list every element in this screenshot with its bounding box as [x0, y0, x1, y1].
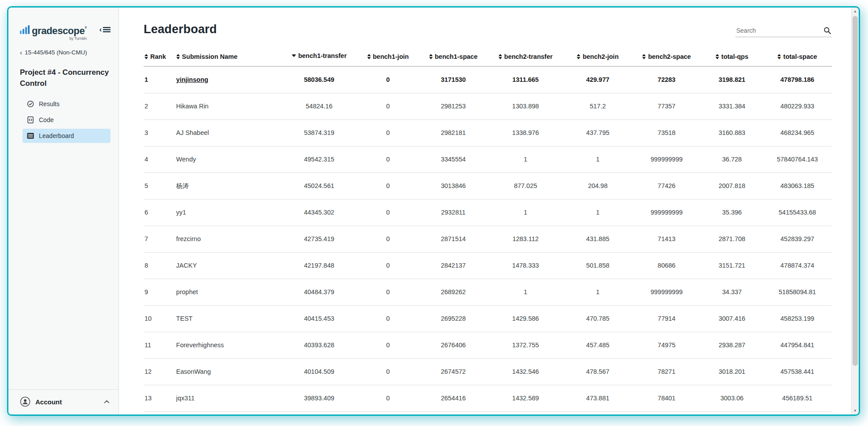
total_qps-cell: 34.337 — [701, 279, 763, 305]
bench1_join-cell: 0 — [357, 66, 419, 93]
column-header-bench2_transfer[interactable]: bench2-transfer — [487, 48, 563, 66]
sort-icon — [145, 54, 148, 59]
code-file-icon — [27, 116, 34, 123]
bench1_transfer-cell: 54824.16 — [281, 93, 357, 119]
sort-desc-icon — [292, 54, 296, 57]
bench1_transfer-cell: 44345.302 — [281, 199, 357, 226]
total_qps-cell: 3003.06 — [701, 385, 763, 411]
brand-name: gradescope® — [32, 26, 87, 36]
rank-cell: 6 — [144, 199, 175, 226]
submission-name-cell: JACKY — [175, 252, 282, 279]
search-icon[interactable] — [824, 27, 831, 34]
bench2_join-cell: 470.785 — [563, 305, 632, 332]
rank-cell: 8 — [144, 252, 175, 279]
bench2_transfer-cell: 1 — [487, 279, 563, 305]
rank-cell: 12 — [144, 358, 175, 385]
bench2_space-cell: 77357 — [632, 93, 701, 119]
column-header-bench2_join[interactable]: bench2-join — [563, 48, 632, 66]
submission-name-cell: AJ Shabeel — [175, 119, 282, 146]
bench2_join-cell: 473.881 — [563, 385, 632, 411]
column-header-bench2_space[interactable]: bench2-space — [632, 48, 701, 66]
bench1_space-cell: 3013846 — [419, 173, 488, 199]
breadcrumb-course-link[interactable]: ‹ 15-445/645 (Non-CMU) — [20, 49, 110, 56]
total_qps-cell: 36.728 — [701, 146, 763, 173]
submission-name-cell: jqx311 — [175, 385, 282, 411]
sidebar-collapse-button[interactable]: ‹ — [99, 25, 110, 33]
sidebar-item-label: Leaderboard — [39, 132, 74, 139]
column-header-bench1_transfer[interactable]: bench1-transfer — [281, 48, 357, 66]
bench2_space-cell: 77426 — [632, 173, 701, 199]
bench2_space-cell: 73518 — [632, 119, 701, 146]
bench2_join-cell: 478.567 — [563, 358, 632, 385]
account-menu[interactable]: Account — [8, 389, 118, 414]
bench1_join-cell: 0 — [357, 358, 419, 385]
bench2_transfer-cell: 1 — [487, 199, 563, 226]
bench1_transfer-cell: 49542.315 — [281, 146, 357, 173]
bench1_transfer-cell: 42735.419 — [281, 226, 357, 252]
bench2_space-cell: 77914 — [632, 305, 701, 332]
submission-name-link[interactable]: yinjinsong — [176, 76, 209, 83]
total_qps-cell: 3160.883 — [701, 119, 763, 146]
rank-cell: 5 — [144, 173, 175, 199]
submission-name-cell: yinjinsong — [175, 66, 282, 93]
total_space-cell: 51858094.81 — [763, 279, 832, 305]
bench2_space-cell: 999999999 — [632, 199, 701, 226]
column-header-total_space[interactable]: total-space — [763, 48, 832, 66]
total_space-cell: 478874.374 — [763, 252, 832, 279]
column-header-total_qps[interactable]: total-qps — [701, 48, 763, 66]
total_space-cell: 468234.965 — [763, 119, 832, 146]
table-row: 13jqx31139893.409026544161432.589473.881… — [144, 385, 832, 411]
scrollbar-thumb[interactable] — [853, 16, 858, 366]
bench2_join-cell: 501.858 — [563, 252, 632, 279]
table-row: 7frezcirno42735.419028715141283.112431.8… — [144, 226, 832, 252]
project-title: Project #4 - Concurrency Control — [20, 67, 110, 89]
vertical-scrollbar[interactable]: ▲ ▼ — [851, 8, 859, 414]
scroll-down-arrow-icon[interactable]: ▼ — [852, 407, 859, 414]
column-header-rank[interactable]: Rank — [144, 48, 175, 66]
total_qps-cell: 35.396 — [701, 199, 763, 226]
sidebar-item-code[interactable]: Code — [23, 113, 110, 127]
column-label: Submission Name — [182, 53, 238, 60]
total_qps-cell: 3018.201 — [701, 358, 763, 385]
sidebar-item-label: Code — [39, 116, 53, 123]
table-header-row: RankSubmission Namebench1-transferbench1… — [144, 48, 832, 66]
bench1_transfer-cell: 40104.509 — [281, 358, 357, 385]
column-header-bench1_join[interactable]: bench1-join — [357, 48, 419, 66]
submission-name-cell: Foreverhighness — [175, 332, 282, 358]
bench2_transfer-cell: 1429.586 — [487, 305, 563, 332]
table-row: 11Foreverhighness40393.628026764061372.7… — [144, 332, 832, 358]
gradescope-logo[interactable]: gradescope® by Turnitin — [20, 25, 87, 36]
total_space-cell: 480229.933 — [763, 93, 832, 119]
bench1_join-cell: 0 — [357, 119, 419, 146]
bench2_transfer-cell: 877.025 — [487, 173, 563, 199]
sidebar-item-results[interactable]: Results — [23, 97, 110, 111]
bench1_space-cell: 2676406 — [419, 332, 488, 358]
bench1_transfer-cell: 40484.379 — [281, 279, 357, 305]
bench1_join-cell: 0 — [357, 226, 419, 252]
bench2_space-cell: 80686 — [632, 252, 701, 279]
page-title: Leaderboard — [144, 23, 217, 36]
sidebar-nav: Results Code Leaderboard — [20, 97, 110, 143]
column-header-bench1_space[interactable]: bench1-space — [419, 48, 488, 66]
bench1_space-cell: 2981253 — [419, 93, 488, 119]
bench2_join-cell: 457.485 — [563, 332, 632, 358]
bench2_transfer-cell: 1478.333 — [487, 252, 563, 279]
search-input[interactable] — [735, 25, 832, 37]
bench1_space-cell: 2695228 — [419, 305, 488, 332]
bench2_join-cell: 437.795 — [563, 119, 632, 146]
table-row: 1yinjinsong58036.549031715301311.665429.… — [144, 66, 832, 93]
sort-icon — [642, 54, 646, 59]
total_qps-cell: 3331.384 — [701, 93, 763, 119]
bench2_space-cell: 78271 — [632, 358, 701, 385]
rank-cell: 3 — [144, 119, 175, 146]
sidebar-item-leaderboard[interactable]: Leaderboard — [23, 129, 110, 143]
bench1_transfer-cell: 39893.409 — [281, 385, 357, 411]
column-label: bench2-transfer — [504, 53, 553, 60]
bench2_transfer-cell: 1311.665 — [487, 66, 563, 93]
column-header-submission_name[interactable]: Submission Name — [175, 48, 282, 66]
table-row: 3AJ Shabeel53874.319029821811338.976437.… — [144, 119, 832, 146]
scroll-up-arrow-icon[interactable]: ▲ — [852, 8, 859, 15]
bench1_space-cell: 2654416 — [419, 385, 488, 411]
submission-name-cell: Wendy — [175, 146, 282, 173]
table-row: 10TEST40415.453026952281429.586470.78577… — [144, 305, 832, 332]
